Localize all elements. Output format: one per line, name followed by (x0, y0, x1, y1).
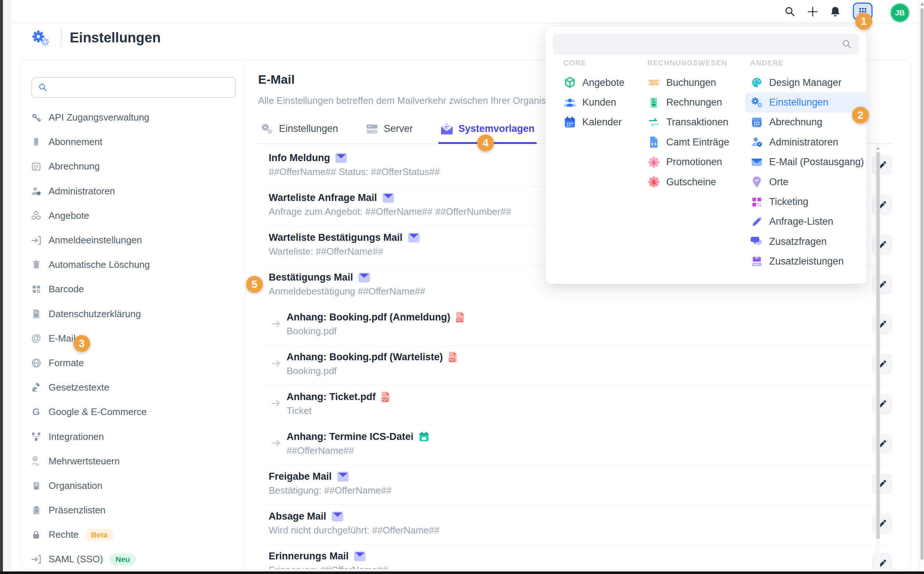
apps-panel-item-gutscheine[interactable]: $Gutscheine (642, 172, 734, 192)
sidebar-search-box[interactable] (31, 77, 236, 98)
sidebar-item-e-mail[interactable]: @E-Mail (20, 326, 245, 351)
tab-einstellungen[interactable]: Einstellungen (258, 115, 340, 144)
search-icon (38, 83, 48, 92)
sidebar-item-rechte[interactable]: RechteBeta (20, 522, 245, 547)
gavel-icon (30, 383, 43, 393)
edit-button[interactable] (872, 354, 892, 375)
edit-button[interactable] (872, 195, 892, 215)
svg-text:$: $ (652, 179, 656, 185)
apps-panel-item-design-manager[interactable]: Design Manager (745, 73, 867, 92)
sidebar-item-datenschutzerkl-rung[interactable]: Datenschutzerklärung (20, 302, 245, 326)
mail-icon (336, 153, 347, 163)
mail-icon (383, 193, 394, 203)
avatar[interactable]: JB (890, 3, 910, 23)
window-edge (0, 0, 3, 574)
edit-button[interactable] (872, 473, 892, 494)
sidebar-item-pr-senzlisten[interactable]: Präsenzlisten (20, 498, 245, 522)
building-icon (30, 481, 43, 491)
tab-server[interactable]: Server (364, 115, 415, 144)
callout-badge-5: 5 (246, 276, 263, 293)
row-title: Anhang: Booking.pdf (Warteliste)PDF (287, 352, 892, 363)
sidebar-item-formate[interactable]: Formate (20, 351, 245, 375)
edit-button[interactable] (872, 394, 892, 414)
app-administratoren-icon (750, 136, 764, 149)
sidebar-item-automatische-l-schung[interactable]: Automatische Löschung (20, 252, 245, 277)
mail-open-icon (441, 123, 453, 134)
sidebar-item-list: API Zugangsverwaltung Abonnement Abrechn… (20, 105, 245, 569)
edit-button[interactable] (872, 274, 892, 295)
edit-button[interactable] (872, 513, 892, 534)
apps-panel-item-transaktionen[interactable]: Transaktionen (642, 112, 734, 132)
sidebar-item-gesetzestexte[interactable]: Gesetzestexte (20, 375, 245, 400)
plus-icon[interactable] (806, 5, 819, 18)
apps-panel-item-einstellungen[interactable]: Einstellungen (745, 92, 867, 112)
edit-button[interactable] (872, 155, 892, 175)
scrollbar-thumb[interactable] (876, 152, 880, 539)
sidebar-item-google-amp-e-commerce[interactable]: GGoogle & E-Commerce (20, 400, 245, 424)
apps-panel-item-angebote[interactable]: Angebote (558, 73, 630, 92)
app-camt-icon (647, 136, 660, 149)
apps-panel-item-buchungen[interactable]: Buchungen (642, 73, 734, 92)
apps-panel-item-administratoren[interactable]: Administratoren (745, 132, 867, 152)
sidebar-item-label: E-Mail (49, 333, 75, 344)
apps-item-label: Kunden (582, 97, 616, 108)
svg-text:$: $ (652, 159, 656, 166)
sidebar-item-anmeldeeinstellungen[interactable]: Anmeldeeinstellungen (20, 228, 245, 252)
sidebar-search-input[interactable] (52, 82, 235, 93)
search-icon[interactable] (783, 5, 797, 18)
bell-icon[interactable] (829, 5, 842, 18)
apps-item-label: Kalender (582, 117, 622, 128)
apps-panel-item-camt-eintr-ge[interactable]: Camt Einträge (642, 132, 734, 152)
apps-panel-item-zusatzfragen[interactable]: Zusatzfragen (745, 232, 867, 251)
apps-panel-item-rechnungen[interactable]: Rechnungen (642, 92, 734, 112)
edit-button[interactable] (872, 314, 892, 335)
apps-item-label: Zusatzfragen (769, 236, 827, 248)
app-gutscheine-icon: $ (647, 175, 660, 189)
scrollbar-thumb[interactable] (920, 8, 924, 560)
search-icon (841, 39, 852, 50)
sidebar-item-mehrwertsteuern[interactable]: $Mehrwertsteuern (20, 449, 245, 473)
svg-text:PDF: PDF (456, 319, 462, 322)
apps-panel-item-kalender[interactable]: Kalender (558, 112, 630, 132)
apps-panel-item-abrechnung[interactable]: Abrechnung (745, 112, 867, 132)
apps-panel-item-orte[interactable]: Orte (745, 172, 867, 192)
header-divider (61, 29, 62, 47)
apps-panel-item-e-mail-postausgang-[interactable]: E-Mail (Postausgang) (745, 152, 867, 172)
row-subtitle: Booking.pdf (287, 326, 892, 337)
scrollbar-up-arrow-icon[interactable] (877, 147, 880, 150)
edit-button[interactable] (872, 553, 892, 569)
scrollbar-up-arrow-icon[interactable] (921, 3, 924, 5)
apps-panel-item-kunden[interactable]: Kunden (558, 92, 630, 112)
sidebar-item-abrechnung[interactable]: Abrechnung (20, 154, 245, 179)
pdf-icon: PDF (448, 352, 457, 363)
apps-item-label: Administratoren (769, 137, 838, 148)
callout-badge-3: 3 (73, 335, 90, 352)
app-kalender-icon (563, 116, 577, 129)
sidebar-item-administratoren[interactable]: Administratoren (20, 179, 245, 203)
row-subtitle: Ticket (287, 405, 892, 416)
row-title: Absage Mail (269, 511, 892, 522)
apps-section-title: RECHNUNGSWESEN (647, 59, 734, 68)
sidebar-item-api-zugangsverwaltung[interactable]: API Zugangsverwaltung (20, 105, 245, 130)
apps-panel-item-promotionen[interactable]: $Promotionen (642, 152, 734, 172)
apps-panel-item-ticketing[interactable]: Ticketing (745, 192, 867, 211)
sidebar-item-organisation[interactable]: Organisation (20, 473, 245, 498)
topbar: JB (11, 0, 924, 24)
sidebar-item-label: Formate (49, 357, 84, 369)
app-orte-icon (750, 175, 764, 189)
sidebar-item-saml-sso-[interactable]: SAML (SSO)Neu (20, 547, 245, 569)
sidebar-item-angebote[interactable]: Angebote (20, 203, 245, 228)
apps-panel-item-zusatzleistungen[interactable]: Zusatzleistungen (745, 252, 867, 271)
attachment-arrow-icon (271, 359, 282, 368)
apps-search-box[interactable] (553, 34, 859, 54)
attachment-row: Anhang: Booking.pdf (Warteliste)PDF Book… (265, 345, 892, 385)
sidebar-item-barcode[interactable]: Barcode (20, 277, 245, 301)
edit-button[interactable] (872, 434, 892, 454)
edit-button[interactable] (872, 235, 892, 255)
sidebar-item-integrationen[interactable]: Integrationen (20, 424, 245, 449)
receipt-icon (30, 137, 43, 147)
sidebar-item-label: Präsenzlisten (49, 505, 105, 516)
apps-search-input[interactable] (559, 39, 841, 50)
sidebar-item-abonnement[interactable]: Abonnement (20, 130, 245, 154)
apps-panel-item-anfrage-listen[interactable]: Anfrage-Listen (745, 212, 867, 232)
